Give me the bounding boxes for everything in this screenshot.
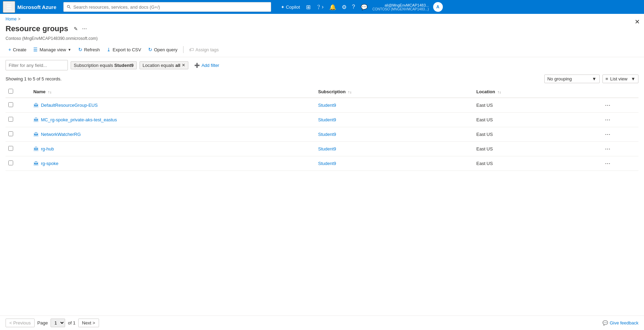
add-filter-icon: ➕: [194, 63, 200, 68]
select-all-checkbox[interactable]: [8, 89, 13, 94]
export-csv-button[interactable]: ⤓ Export to CSV: [104, 45, 144, 54]
row-checkbox[interactable]: [8, 102, 13, 107]
portal-menu-icon[interactable]: ⊞: [304, 2, 313, 12]
select-all-header[interactable]: [6, 86, 30, 98]
subscription-link[interactable]: Student9: [318, 103, 336, 108]
list-view-icon: ≡: [606, 76, 608, 81]
row-checkbox[interactable]: [8, 131, 13, 136]
footer: < Previous Page 1 of 1 Next > 💬 Give fee…: [0, 315, 644, 330]
row-more-button[interactable]: ⋯: [603, 101, 613, 110]
subscription-link[interactable]: Student9: [318, 161, 336, 166]
resource-group-icon: [33, 132, 39, 137]
list-view-dropdown[interactable]: ≡ List view ▼: [602, 75, 638, 83]
subscription-cell: Student9: [315, 156, 474, 171]
close-button[interactable]: ✕: [633, 17, 641, 27]
filter-input[interactable]: [6, 60, 68, 70]
svg-rect-0: [34, 104, 38, 107]
copilot-button[interactable]: ✦ Copilot: [278, 3, 303, 11]
row-checkbox[interactable]: [8, 160, 13, 165]
svg-rect-15: [34, 150, 38, 150]
subscription-filter-tag[interactable]: Subscription equals Student9: [71, 61, 137, 69]
table-row: NetworkWatcherRG Student9 East US ⋯: [6, 127, 638, 142]
page-select[interactable]: 1: [51, 319, 65, 327]
toolbar-divider: [183, 46, 184, 53]
subscription-sort-icon: ↑↓: [348, 90, 352, 94]
svg-rect-19: [34, 164, 38, 165]
svg-rect-11: [34, 135, 38, 136]
list-view-chevron-icon: ▼: [631, 76, 635, 81]
create-button[interactable]: + Create: [6, 45, 29, 54]
export-icon: ⤓: [107, 47, 111, 52]
table-header: Name ↑↓ Subscription ↑↓ Location ↑↓: [6, 86, 638, 98]
more-options-header-button[interactable]: ⋯: [81, 25, 88, 33]
settings-icon[interactable]: ⚙: [340, 2, 349, 12]
help-icon[interactable]: ?: [350, 2, 357, 11]
location-cell: East US: [474, 98, 600, 113]
notifications-icon[interactable]: 🔔: [327, 2, 338, 12]
records-bar: Showing 1 to 5 of 5 records. No grouping…: [0, 73, 644, 85]
location-filter-tag[interactable]: Location equals all ✕: [140, 61, 188, 69]
resource-name-link[interactable]: rg-spoke: [33, 161, 313, 166]
breadcrumb-home[interactable]: Home: [6, 17, 17, 21]
next-button[interactable]: Next >: [78, 319, 99, 327]
subscription-link[interactable]: Student9: [318, 146, 336, 151]
page-header: Resource groups ✎ ⋯: [0, 23, 644, 36]
refresh-button[interactable]: ↻ Refresh: [75, 45, 103, 54]
location-column-header[interactable]: Location ↑↓: [474, 86, 600, 98]
subscription-cell: Student9: [315, 127, 474, 142]
search-container: [63, 2, 271, 12]
view-controls: No grouping ▼ ≡ List view ▼: [544, 75, 638, 83]
manage-view-button[interactable]: ☰ Manage view ▼: [30, 45, 74, 54]
row-more-button[interactable]: ⋯: [603, 159, 613, 168]
copilot-icon: ✦: [281, 5, 285, 10]
row-checkbox-cell[interactable]: [6, 156, 30, 171]
svg-rect-2: [36, 105, 38, 106]
svg-rect-5: [34, 119, 36, 120]
subscription-link[interactable]: Student9: [318, 117, 336, 122]
resource-name-link[interactable]: DefaultResourceGroup-EUS: [33, 103, 313, 108]
row-more-button[interactable]: ⋯: [603, 115, 613, 124]
previous-button[interactable]: < Previous: [6, 319, 35, 327]
row-checkbox[interactable]: [8, 117, 13, 122]
search-input[interactable]: [63, 2, 271, 12]
open-query-button[interactable]: ↻ Open query: [145, 45, 180, 54]
location-filter-close-icon[interactable]: ✕: [182, 63, 185, 68]
svg-rect-13: [34, 148, 36, 149]
table-row: MC_rg-spoke_private-aks-test_eastus Stud…: [6, 113, 638, 127]
row-more-button[interactable]: ⋯: [603, 145, 613, 153]
row-actions-cell: ⋯: [600, 98, 638, 113]
page-label-text: Page: [37, 320, 48, 325]
resource-group-icon: [33, 161, 39, 166]
resource-name-link[interactable]: NetworkWatcherRG: [33, 132, 313, 137]
resource-name-cell: rg-spoke: [30, 156, 315, 171]
cloud-shell-icon[interactable]: ﹖›: [314, 2, 325, 12]
svg-rect-16: [34, 162, 38, 166]
row-checkbox-cell[interactable]: [6, 127, 30, 142]
svg-rect-9: [34, 134, 36, 135]
table-row: DefaultResourceGroup-EUS Student9 East U…: [6, 98, 638, 113]
grouping-dropdown[interactable]: No grouping ▼: [544, 75, 600, 83]
table-row: rg-spoke Student9 East US ⋯: [6, 156, 638, 171]
resource-name-link[interactable]: rg-hub: [33, 146, 313, 152]
feedback-nav-icon[interactable]: 💬: [359, 2, 370, 12]
name-column-header[interactable]: Name ↑↓: [30, 86, 315, 98]
give-feedback-button[interactable]: 💬 Give feedback: [602, 320, 638, 325]
row-checkbox-cell[interactable]: [6, 113, 30, 127]
row-checkbox[interactable]: [8, 146, 13, 151]
row-checkbox-cell[interactable]: [6, 98, 30, 113]
actions-column-header: [600, 86, 638, 98]
edit-pencil-button[interactable]: ✎: [72, 25, 79, 33]
avatar[interactable]: A: [433, 2, 443, 12]
svg-rect-18: [36, 163, 38, 164]
subscription-column-header[interactable]: Subscription ↑↓: [315, 86, 474, 98]
add-filter-button[interactable]: ➕ Add filter: [191, 61, 222, 70]
subscription-link[interactable]: Student9: [318, 132, 336, 137]
subscription-cell: Student9: [315, 113, 474, 127]
assign-tags-button[interactable]: 🏷 Assign tags: [186, 45, 222, 54]
hamburger-menu[interactable]: ☰: [3, 1, 15, 13]
row-more-button[interactable]: ⋯: [603, 130, 613, 139]
manage-view-icon: ☰: [33, 47, 38, 52]
row-checkbox-cell[interactable]: [6, 142, 30, 156]
resource-name-cell: rg-hub: [30, 142, 315, 156]
resource-name-link[interactable]: MC_rg-spoke_private-aks-test_eastus: [33, 117, 313, 123]
